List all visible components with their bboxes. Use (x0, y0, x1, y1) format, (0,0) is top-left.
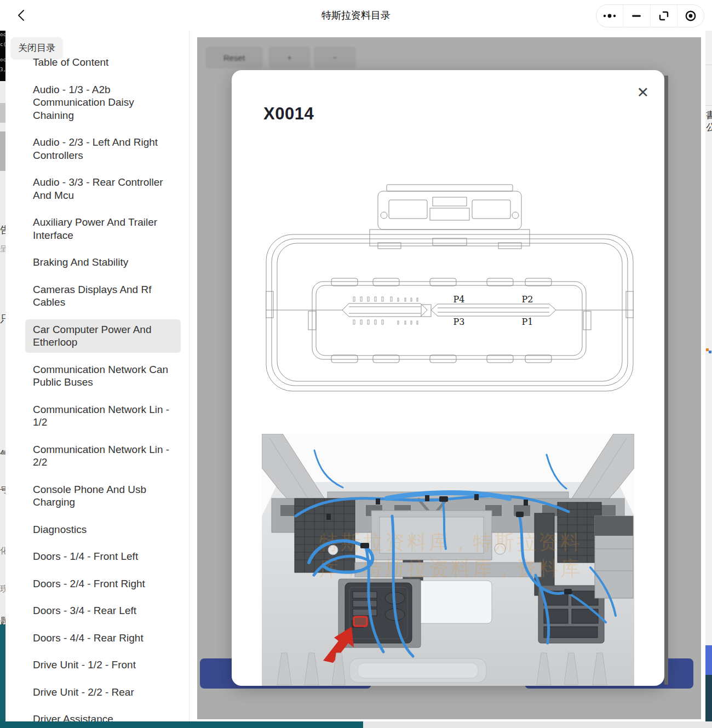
toc-item[interactable]: Communication Network Lin - 1/2 (33, 403, 173, 429)
toc-item-label: Audio - 3/3 - Rear Controller And Mcu (33, 176, 163, 201)
toc-item-label: Diagnostics (33, 524, 87, 535)
toc-item-label: Auxiliary Power And Trailer Interface (33, 216, 157, 241)
restore-corners-icon (658, 10, 669, 21)
x0014-highlight (354, 617, 367, 626)
toc-item[interactable]: Audio - 3/3 - Rear Controller And Mcu (33, 176, 173, 202)
left-char-fragment: 只 (0, 312, 5, 325)
diagram-label-p4: P4 (453, 294, 465, 305)
toc-item[interactable]: Console Phone And Usb Charging (33, 483, 173, 509)
bottom-gray-bar (363, 721, 712, 728)
code-fragment: 3, (0, 67, 5, 72)
toc-item[interactable]: Audio - 1/3 - A2b Communication Daisy Ch… (33, 83, 173, 122)
toc-item[interactable]: Drive Unit - 2/2 - Rear (33, 686, 173, 699)
right-edge-rule (705, 65, 712, 65)
left-char-fragment: 气 (0, 448, 5, 461)
more-dots-icon (602, 13, 617, 19)
toc-item-label: Audio - 2/3 - Left And Right Controllers (33, 136, 158, 161)
toc-item[interactable]: Diagnostics (33, 523, 173, 536)
toc-item-label: Car Computer Power And Etherloop (33, 324, 152, 348)
connector-diagram: P4 P2 P3 P1 (266, 184, 634, 392)
toc-list: Table of Content Audio - 1/3 - A2b Commu… (33, 56, 173, 728)
code-fragment: c( (0, 42, 5, 47)
toc-item[interactable]: Drive Unit - 1/2 - Front (33, 658, 173, 672)
left-edge-segment (0, 103, 5, 123)
right-edge-background: 書 公 (705, 0, 712, 721)
restore-button[interactable] (650, 5, 677, 27)
circle-dot-icon (685, 10, 697, 22)
right-edge-blue-block (705, 645, 712, 675)
toc-item-label: Doors - 2/4 - Front Right (33, 578, 145, 589)
left-char-fragment: 现 (0, 584, 5, 594)
toc-item-label: Doors - 3/4 - Rear Left (33, 605, 136, 616)
left-char-fragment: 化 (0, 546, 5, 556)
left-char-fragment: 号 (0, 485, 5, 495)
left-char-fragment: 告 (0, 223, 5, 237)
left-edge-background: oc c( oc 3, 告 呈 只 气 号 化 现 题 (0, 0, 5, 728)
svg-text:特斯拉资料库，特斯拉资料: 特斯拉资料库，特斯拉资料 (319, 531, 582, 553)
toc-item[interactable]: Doors - 3/4 - Rear Left (33, 604, 173, 617)
right-edge-rule (705, 105, 712, 106)
left-edge-segment (0, 81, 5, 103)
toc-item-label: Drive Unit - 2/2 - Rear (33, 686, 134, 698)
toc-item-label: Console Phone And Usb Charging (33, 484, 146, 508)
right-edge-dark-block (705, 675, 712, 721)
toc-item[interactable]: Auxiliary Power And Trailer Interface (33, 216, 173, 242)
close-circle-button[interactable] (677, 5, 704, 27)
left-edge-segment (0, 131, 5, 171)
left-char-fragment: 呈 (0, 244, 5, 254)
minimize-button[interactable] (623, 5, 650, 27)
app-window: oc c( oc 3, 告 呈 只 气 号 化 现 题 書 公 Reset (0, 0, 712, 728)
left-edge-code-block: oc c( oc 3, (0, 30, 5, 81)
window-capsule (596, 4, 704, 27)
toc-item-label: Doors - 4/4 - Rear Right (33, 632, 143, 644)
right-char-fragment: 公 (706, 121, 712, 134)
titlebar: 特斯拉资料目录 (0, 0, 712, 31)
toc-item-label: Communication Network Can Public Buses (33, 364, 168, 388)
toc-item-label: Cameras Displays And Rf Cables (33, 284, 151, 308)
toc-item-label: Doors - 1/4 - Front Left (33, 551, 138, 562)
toc-item[interactable]: Doors - 2/4 - Front Right (33, 577, 173, 591)
code-fragment: oc (0, 57, 5, 62)
modal-scrollbar-thumb[interactable] (664, 76, 668, 685)
toc-drawer: 关闭目录 Table of Content Audio - 1/3 - A2b … (5, 31, 197, 721)
toc-item-label: Audio - 1/3 - A2b Communication Daisy Ch… (33, 84, 134, 121)
toc-item-label: Communication Network Lin - 2/2 (33, 444, 169, 468)
toc-item[interactable]: Cameras Displays And Rf Cables (33, 283, 173, 309)
more-options-button[interactable] (596, 5, 623, 27)
toc-item[interactable]: Table of Content (33, 56, 173, 69)
code-fragment: oc (0, 32, 5, 37)
modal-title: X0014 (263, 104, 314, 124)
minimize-dash-icon (631, 14, 641, 18)
right-char-fragment: 書 (706, 109, 712, 122)
toc-item[interactable]: Audio - 2/3 - Left And Right Controllers (33, 136, 173, 162)
connector-modal: ✕ X0014 (232, 70, 664, 686)
toc-item[interactable]: Doors - 4/4 - Rear Right (33, 632, 173, 645)
drawer-divider (189, 31, 190, 721)
toc-item[interactable]: Doors - 1/4 - Front Left (33, 550, 173, 563)
toc-item-label: Communication Network Lin - 1/2 (33, 404, 169, 428)
bottom-teal-bar (0, 721, 363, 728)
modal-close-button[interactable]: ✕ (636, 85, 649, 100)
mini-icon-fragment (709, 351, 711, 353)
diagram-label-p2: P2 (522, 294, 533, 305)
left-edge-teal-footer (0, 624, 5, 728)
connector-location-photo: 特斯拉资料库，特斯拉资料 库，特斯拉资料库，资料库 (262, 434, 634, 686)
toc-item[interactable]: Communication Network Can Public Buses (33, 363, 173, 389)
toc-item[interactable]: Communication Network Lin - 2/2 (33, 443, 173, 469)
toc-item[interactable]: Car Computer Power And Etherloop (25, 319, 181, 353)
toc-item-label: Table of Content (33, 56, 108, 68)
diagram-label-p3: P3 (453, 317, 465, 327)
svg-text:库，特斯拉资料库，资料库: 库，特斯拉资料库，资料库 (319, 557, 582, 580)
toc-item[interactable]: Braking And Stability (33, 256, 173, 269)
toc-item-label: Drive Unit - 1/2 - Front (33, 659, 136, 670)
diagram-label-p1: P1 (522, 317, 533, 327)
toc-item-label: Braking And Stability (33, 256, 128, 268)
